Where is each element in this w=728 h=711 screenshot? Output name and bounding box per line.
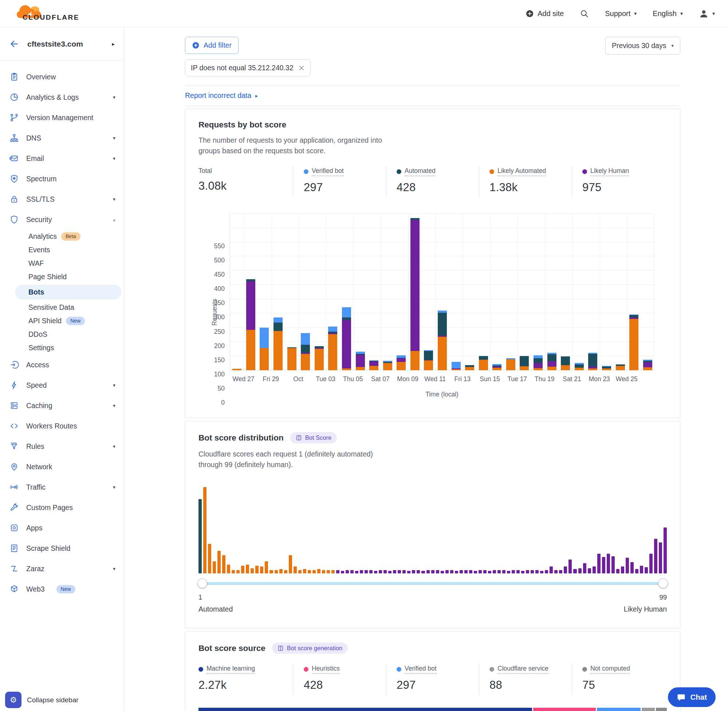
- legend-dot: [582, 169, 587, 174]
- back-arrow-icon[interactable]: [9, 39, 19, 49]
- sidebar-subitem-label: WAF: [28, 259, 44, 268]
- histogram-bar-score-75: [549, 566, 553, 573]
- sidebar-item-settings[interactable]: Settings: [0, 341, 124, 355]
- chevron-down-icon: ▾: [113, 382, 115, 388]
- sidebar-item-waf[interactable]: WAF: [0, 257, 124, 270]
- histogram-bar-score-72: [535, 570, 539, 573]
- web3-icon: [9, 584, 19, 594]
- sidebar-item-analytics-logs[interactable]: Analytics & Logs▾: [0, 87, 124, 108]
- histogram-bar-score-15: [265, 561, 268, 573]
- sidebar-item-scrape-shield[interactable]: Scrape Shield: [0, 538, 124, 559]
- site-switcher-caret-icon[interactable]: ▸: [112, 41, 115, 47]
- chat-button[interactable]: Chat: [668, 687, 716, 707]
- sidebar-subitem-label: Events: [28, 246, 50, 254]
- stat-label-text[interactable]: Verified bot: [405, 665, 437, 674]
- histogram-bar-score-79: [569, 559, 572, 573]
- slider-handle-min[interactable]: [197, 578, 207, 588]
- sidebar-item-bots[interactable]: Bots: [15, 285, 121, 299]
- date-range-select[interactable]: Previous 30 days ▾: [605, 37, 680, 55]
- sidebar-item-events[interactable]: Events: [0, 243, 124, 257]
- chart-bar: [575, 363, 584, 370]
- chat-label: Chat: [690, 693, 707, 702]
- slider-handle-max[interactable]: [658, 578, 668, 588]
- sidebar-item-spectrum[interactable]: Spectrum: [0, 168, 124, 189]
- histogram-bar-score-63: [493, 570, 496, 573]
- bot-score-docs-badge[interactable]: Bot Score: [290, 432, 337, 443]
- sidebar-item-version-management[interactable]: Version Management: [0, 108, 124, 128]
- sidebar-item-zaraz[interactable]: Zaraz▾: [0, 559, 124, 579]
- slider-max-caption: Likely Human: [624, 605, 667, 614]
- sidebar-item-page-shield[interactable]: Page Shield: [0, 270, 124, 283]
- legend-dot: [304, 169, 309, 174]
- x-tick-label: Mon 09: [397, 375, 418, 383]
- sidebar-item-rules[interactable]: Rules▾: [0, 436, 124, 457]
- sidebar-item-overview[interactable]: Overview: [0, 66, 124, 87]
- bar-segment-likely-automated: [465, 367, 474, 370]
- histogram-bar-score-64: [498, 570, 501, 573]
- stat-value: 1.38k: [489, 181, 572, 194]
- sidebar-item-ssl-tls[interactable]: SSL/TLS▾: [0, 189, 124, 209]
- bar-segment-automated: [520, 356, 529, 366]
- collapse-sidebar-button[interactable]: ⚙ Collapse sidebar: [5, 692, 79, 708]
- sidebar-item-speed[interactable]: Speed▾: [0, 375, 124, 395]
- chart-bar: [629, 314, 638, 370]
- sidebar-item-workers-routes[interactable]: Workers Routes: [0, 416, 124, 436]
- bar-segment-likely-automated: [438, 337, 447, 370]
- sidebar-item-api-shield[interactable]: API ShieldNew: [0, 314, 124, 327]
- chart-bar: [561, 356, 570, 370]
- stat-value: 75: [582, 679, 665, 692]
- chart-bar: [356, 352, 365, 370]
- sidebar-item-custom-pages[interactable]: Custom Pages: [0, 497, 124, 518]
- stat-label-text[interactable]: Likely Automated: [498, 167, 546, 176]
- add-filter-button[interactable]: Add filter: [185, 37, 239, 54]
- sidebar-item-access[interactable]: Access: [0, 355, 124, 375]
- sidebar-item-network[interactable]: Network: [0, 457, 124, 477]
- histogram-bar-score-69: [521, 571, 524, 573]
- report-incorrect-data-link[interactable]: Report incorrect data ▸: [185, 91, 258, 100]
- stat-label-text[interactable]: Not computed: [590, 665, 630, 674]
- histogram-bar-score-66: [507, 571, 510, 573]
- language-menu[interactable]: English ▾: [653, 9, 683, 18]
- add-site-button[interactable]: Add site: [526, 9, 564, 18]
- bar-segment-likely-automated: [492, 368, 502, 370]
- filter-chip[interactable]: IP does not equal 35.212.240.32: [185, 59, 311, 77]
- gridline: [230, 270, 654, 270]
- stat-label-text[interactable]: Heuristics: [312, 665, 340, 674]
- sidebar-item-traffic[interactable]: Traffic▾: [0, 477, 124, 497]
- stat-label: Verified bot: [304, 167, 344, 176]
- sidebar-item-dns[interactable]: DNS▾: [0, 128, 124, 148]
- sidebar-item-analytics[interactable]: AnalyticsBeta: [0, 230, 124, 243]
- stat-verified-bot: Verified bot297: [386, 663, 479, 695]
- histogram-bar-score-25: [313, 570, 316, 573]
- histogram-bar-score-10: [241, 566, 244, 573]
- chevron-down-icon: ▾: [113, 443, 115, 449]
- stat-label-text[interactable]: Automated: [405, 167, 436, 176]
- sidebar-item-sensitive-data[interactable]: Sensitive Data: [0, 301, 124, 314]
- chart-bar: [602, 366, 611, 370]
- legend-dot: [489, 169, 494, 174]
- stat-label-text[interactable]: Likely Human: [590, 167, 629, 176]
- histogram-bar-score-94: [640, 566, 643, 573]
- sidebar-item-caching[interactable]: Caching▾: [0, 395, 124, 416]
- stat-label-text[interactable]: Cloudflare service: [498, 665, 548, 674]
- bot-score-generation-docs-badge[interactable]: Bot score generation: [272, 643, 348, 654]
- sidebar-item-web3[interactable]: Web3New: [0, 579, 124, 599]
- gridline: [436, 214, 436, 370]
- search-button[interactable]: [580, 9, 589, 18]
- histogram-bar-score-90: [621, 566, 624, 573]
- histogram-bar-score-18: [279, 569, 283, 573]
- stat-value: 88: [489, 679, 572, 692]
- sidebar-item-label: Apps: [26, 524, 42, 532]
- stat-label-text: Total: [198, 167, 212, 175]
- sidebar-item-email[interactable]: Email▾: [0, 148, 124, 168]
- stat-label-text[interactable]: Machine learning: [207, 665, 255, 674]
- account-menu[interactable]: ▾: [699, 9, 715, 19]
- remove-filter-icon[interactable]: [298, 65, 305, 71]
- support-menu[interactable]: Support ▾: [605, 9, 636, 18]
- gridline: [230, 256, 654, 256]
- sidebar-item-security[interactable]: Security▴: [0, 209, 124, 230]
- sidebar-item-ddos[interactable]: DDoS: [0, 327, 124, 341]
- sidebar-item-apps[interactable]: Apps: [0, 518, 124, 538]
- stat-label-text[interactable]: Verified bot: [312, 167, 344, 176]
- bar-segment-verified-bot: [301, 333, 310, 345]
